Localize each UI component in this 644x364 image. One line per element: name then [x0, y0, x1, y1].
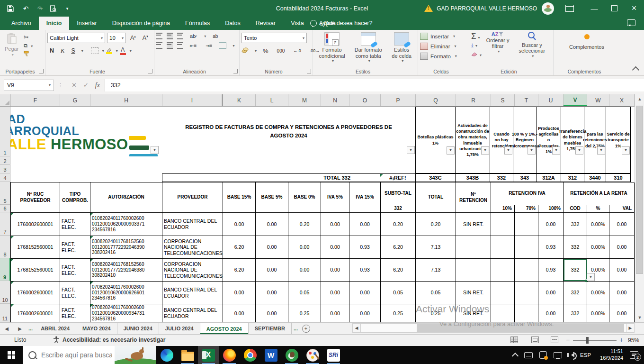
cell-base5[interactable]: 0.00: [256, 213, 288, 236]
cell-70pct[interactable]: [515, 282, 538, 304]
cell-iva15[interactable]: 0.00: [349, 282, 381, 304]
tax-code-cell[interactable]: 310: [606, 173, 631, 182]
header-10pct[interactable]: 10%: [491, 205, 515, 213]
tax-code-cell[interactable]: 312A: [536, 173, 561, 182]
vertical-scrollbar[interactable]: ▲ ▼: [635, 94, 644, 322]
cell-tipo[interactable]: FACT. ELEC.: [60, 304, 90, 322]
sheet-tab[interactable]: MAYO 2024: [76, 323, 117, 334]
cell-iva15[interactable]: 0.93: [349, 259, 381, 282]
column-header[interactable]: S: [491, 94, 515, 106]
formula-input[interactable]: 332: [105, 79, 644, 91]
cell-70pct[interactable]: [515, 236, 538, 259]
normal-view-icon[interactable]: [510, 337, 518, 343]
cell-subtotal[interactable]: 0.25: [381, 304, 416, 322]
font-size-select[interactable]: 10▾: [107, 33, 126, 43]
cell-10pct[interactable]: [491, 304, 515, 322]
cell-total[interactable]: 0.05: [416, 282, 456, 304]
header-base15[interactable]: BASE 15%: [223, 182, 256, 213]
row-header[interactable]: 9: [0, 258, 10, 281]
cell-subtotal[interactable]: 6.20: [381, 259, 416, 282]
cell-nretencion[interactable]: [456, 236, 491, 259]
header-base0[interactable]: BASE 0%: [288, 182, 321, 213]
report-title-cell[interactable]: REGISTRO DE FACTURAS DE COMPRA Y RETENCI…: [162, 107, 415, 156]
menu-tab[interactable]: Disposición de página: [105, 17, 178, 30]
minimize-button[interactable]: —: [584, 0, 604, 17]
column-header[interactable]: N: [321, 94, 349, 106]
cell-pct[interactable]: 0.00%: [587, 213, 609, 236]
cell-proveedor[interactable]: CORPORACION NACIONAL DE TELECOMUNICACION…: [162, 236, 223, 259]
more-sheets-right[interactable]: ...: [292, 323, 300, 334]
header-subtotal[interactable]: SUBTO-TAL: [381, 182, 416, 205]
cell-base15[interactable]: 0.00: [223, 282, 256, 304]
zoom-level[interactable]: 95%: [628, 337, 639, 344]
sheet-nav-right-icon[interactable]: ▶: [13, 323, 27, 334]
cell-base0[interactable]: 0.20: [288, 213, 321, 236]
merge-center-icon[interactable]: [219, 42, 226, 49]
header-retencion-iva[interactable]: RETENCION IVA: [491, 182, 564, 205]
cell-base15[interactable]: 6.20: [223, 259, 256, 282]
column-header[interactable]: P: [381, 94, 416, 106]
row-header[interactable]: 10: [0, 281, 10, 304]
tax-code-cell[interactable]: 3440: [584, 173, 606, 182]
column-header[interactable]: I: [162, 94, 222, 106]
cell-base5[interactable]: 0.00: [256, 259, 288, 282]
cell-proveedor[interactable]: BANCO CENTRAL DEL ECUADOR: [162, 282, 223, 304]
alignment-dialog-launcher[interactable]: [233, 69, 238, 73]
row-header[interactable]: 11: [0, 304, 10, 322]
hscroll-right-icon[interactable]: ▶: [626, 323, 635, 333]
cell-nretencion[interactable]: [456, 259, 491, 282]
name-box[interactable]: V9▾: [4, 80, 54, 91]
cell-styles-button[interactable]: Estilos de celda▾: [387, 32, 416, 63]
tax-header-cell[interactable]: Productos agricoilas o Pecuarias 1% ▾: [536, 107, 561, 173]
cell-nretencion[interactable]: SIN RET.: [456, 213, 491, 236]
tell-me-search[interactable]: ¿Qué desea hacer?: [310, 17, 373, 30]
cell-base5[interactable]: 0.00: [256, 236, 288, 259]
cell-iva5[interactable]: 0.00: [321, 236, 349, 259]
cell-iva15[interactable]: 0.93: [349, 236, 381, 259]
taskbar-explorer[interactable]: [177, 346, 198, 364]
row-header[interactable]: 5: [0, 182, 10, 205]
header-retencion-renta[interactable]: RETENCIÓN A LA RENTA: [564, 182, 635, 205]
cell-10pct[interactable]: [491, 213, 515, 236]
cell-10pct[interactable]: [491, 282, 515, 304]
page-break-view-icon[interactable]: [551, 337, 558, 343]
logo-cell[interactable]: GAD PARROQUIAL VALLE HERMOSO: [10, 107, 162, 156]
header-iva5[interactable]: IVA 5%: [321, 182, 349, 213]
cell-cod[interactable]: 332: [564, 304, 587, 322]
sync-alert-icon[interactable]: [539, 351, 547, 359]
close-button[interactable]: ×: [624, 0, 644, 17]
sheet-tab[interactable]: SEPTIEMBR: [249, 323, 292, 334]
column-header[interactable]: T: [515, 94, 538, 106]
language-indicator[interactable]: ESP: [580, 352, 591, 358]
align-top-icon[interactable]: [156, 33, 162, 39]
column-header[interactable]: O: [349, 94, 381, 106]
cell-pct[interactable]: 0.00%: [587, 236, 609, 259]
format-cells-button[interactable]: Formato▾: [420, 51, 467, 61]
menu-tab[interactable]: Insertar: [69, 17, 104, 30]
ref-error-cell[interactable]: #¡REF!: [380, 173, 416, 182]
borders-icon[interactable]: [91, 47, 98, 54]
header-val[interactable]: VAL: [609, 205, 635, 213]
cell-base0[interactable]: 0.05: [288, 282, 321, 304]
cell-ruc[interactable]: 1768152560001: [11, 259, 60, 282]
wrap-text-icon[interactable]: ab: [210, 33, 220, 39]
cell-cod[interactable]: 332: [564, 236, 587, 259]
header-autorizacion[interactable]: AUTORIZACIÓN: [90, 182, 162, 213]
header-iva15[interactable]: IVA 15%: [349, 182, 381, 213]
menu-tab[interactable]: Fórmulas: [178, 17, 217, 30]
maximize-button[interactable]: [604, 0, 624, 17]
tax-filter-dropdown-icon[interactable]: ▾: [622, 146, 630, 155]
sheet-tab[interactable]: JULIO 2024: [159, 323, 200, 334]
align-right-icon[interactable]: [177, 42, 183, 49]
feedback-icon[interactable]: [627, 19, 635, 26]
cell-base0[interactable]: 0.00: [288, 236, 321, 259]
hscroll-left-icon[interactable]: ◀: [352, 323, 361, 333]
conditional-formatting-button[interactable]: ≠ Formato condicional▾: [315, 32, 349, 63]
avatar[interactable]: [542, 2, 554, 15]
autosum-icon[interactable]: Σ▾: [471, 32, 483, 41]
header-pct[interactable]: %: [587, 205, 609, 213]
cell-base5[interactable]: 0.00: [256, 282, 288, 304]
cell-ruc[interactable]: 1760002600001: [11, 304, 60, 322]
column-header[interactable]: R: [456, 94, 491, 106]
sort-filter-button[interactable]: AZ Ordenar y filtrar▾: [483, 31, 513, 58]
